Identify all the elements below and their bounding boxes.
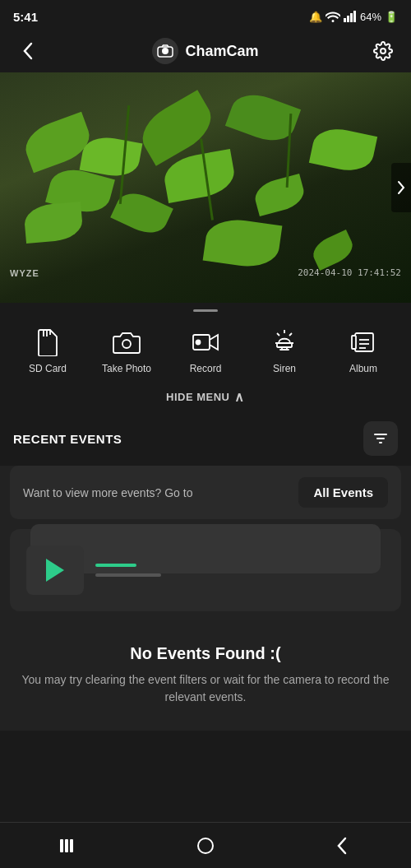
no-events-title: No Events Found :( (16, 644, 395, 663)
action-take-photo[interactable]: Take Photo (98, 327, 155, 374)
hide-menu-button[interactable]: HIDE MENU ∧ (0, 383, 411, 411)
slide-indicator (0, 303, 411, 315)
settings-button[interactable] (368, 36, 398, 66)
card-lines (95, 564, 161, 577)
svg-rect-2 (350, 13, 353, 22)
camera-logo (152, 38, 178, 64)
camera-timestamp: 2024-04-10 17:41:52 (298, 267, 401, 278)
svg-rect-20 (65, 839, 68, 852)
filter-button[interactable] (363, 421, 398, 456)
header: ChamCam (0, 30, 411, 72)
battery-text: 64% (360, 11, 381, 23)
siren-label: Siren (273, 363, 296, 374)
svg-rect-15 (352, 336, 356, 349)
action-siren[interactable]: Siren (256, 327, 313, 374)
camera-feed: WYZE 2024-04-10 17:41:52 (0, 72, 411, 303)
all-events-banner: Want to view more events? Go to All Even… (10, 466, 401, 519)
status-time: 5:41 (13, 10, 38, 24)
camera-feed-bg: WYZE 2024-04-10 17:41:52 (0, 72, 411, 303)
svg-point-10 (122, 340, 131, 348)
record-label: Record (190, 363, 222, 374)
take-photo-label: Take Photo (102, 363, 151, 374)
recent-events-title: RECENT EVENTS (13, 432, 122, 446)
svg-point-12 (196, 341, 201, 345)
header-title: ChamCam (152, 38, 258, 64)
nav-recent-apps-button[interactable] (48, 829, 89, 862)
side-arrow-button[interactable] (391, 163, 411, 212)
action-sd-card[interactable]: SD Card (19, 327, 76, 374)
album-label: Album (349, 363, 377, 374)
svg-rect-21 (70, 839, 73, 852)
action-menu: SD Card Take Photo Record (0, 315, 411, 383)
nav-home-button[interactable] (185, 829, 226, 862)
alarm-icon: 🔔 (309, 11, 322, 23)
wifi-icon (326, 11, 340, 22)
recent-events-header: RECENT EVENTS (0, 411, 411, 466)
action-record[interactable]: Record (177, 327, 234, 374)
signal-icon (344, 11, 357, 22)
back-button[interactable] (13, 36, 43, 66)
no-events-card-content (26, 545, 385, 595)
play-triangle-icon (46, 559, 64, 582)
svg-rect-13 (277, 343, 292, 347)
siren-icon (269, 327, 300, 358)
camera-watermark: WYZE (10, 268, 39, 278)
record-icon (190, 327, 221, 358)
slide-dot (193, 309, 218, 312)
sd-card-icon (32, 327, 63, 358)
hide-menu-label: HIDE MENU (166, 391, 229, 403)
svg-rect-1 (347, 16, 349, 22)
no-events-section: No Events Found :( You may try clearing … (0, 628, 411, 714)
svg-point-22 (198, 838, 213, 853)
svg-rect-0 (344, 18, 346, 22)
battery-icon: 🔋 (385, 11, 398, 23)
card-line-gray (95, 573, 161, 577)
no-events-card (10, 529, 401, 611)
svg-point-4 (162, 48, 169, 54)
sd-card-label: SD Card (29, 363, 67, 374)
chevron-up-icon: ∧ (234, 389, 245, 405)
card-line-green (95, 564, 136, 567)
nav-back-button[interactable] (322, 829, 363, 862)
svg-rect-3 (353, 11, 356, 22)
all-events-button[interactable]: All Events (298, 477, 388, 508)
status-bar: 5:41 🔔 64% 🔋 (0, 0, 411, 30)
album-icon (348, 327, 379, 358)
play-icon-container (26, 545, 84, 595)
take-photo-icon (111, 327, 142, 358)
no-events-description: You may try clearing the event filters o… (16, 671, 395, 706)
svg-point-6 (381, 49, 386, 53)
events-area: Want to view more events? Go to All Even… (0, 466, 411, 731)
svg-rect-19 (60, 839, 63, 852)
bottom-nav (0, 822, 411, 868)
all-events-text: Want to view more events? Go to (23, 486, 192, 499)
action-album[interactable]: Album (335, 327, 392, 374)
status-icons: 🔔 64% 🔋 (309, 11, 398, 23)
